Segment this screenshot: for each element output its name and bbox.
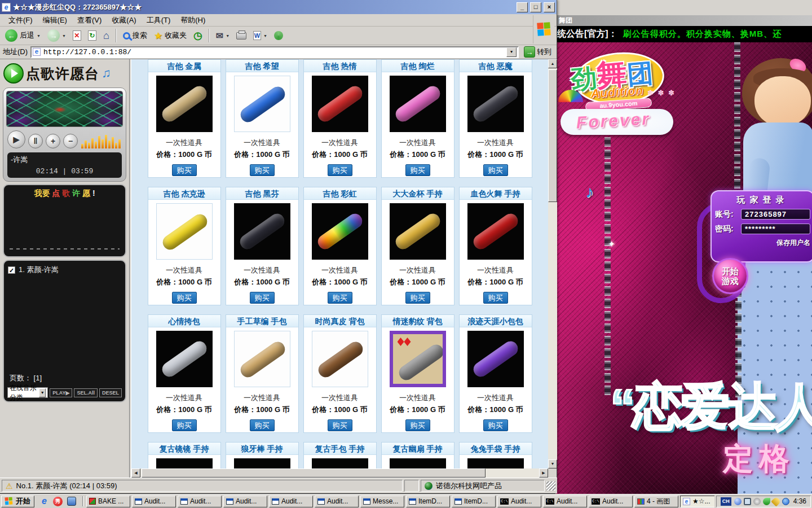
scroll-up-button[interactable]: ▲ (548, 59, 557, 68)
edit-word-button[interactable]: ▼ (250, 30, 270, 41)
language-indicator[interactable]: CH (721, 497, 731, 506)
account-input[interactable]: 272365897 (741, 209, 810, 220)
menu-item[interactable]: 帮助(H) (175, 14, 210, 27)
taskbar-window-button[interactable]: Audit... (178, 496, 222, 507)
clock[interactable]: 4:36 (793, 497, 806, 505)
taskbar-window-button[interactable]: Audit... (223, 496, 267, 507)
title-bar[interactable]: e ★☆★漫步红尘QQ：272365897★☆★ _ □ × (0, 0, 557, 14)
menu-item[interactable]: 收藏(A) (107, 14, 141, 27)
buy-button[interactable]: 购买 (328, 164, 352, 176)
playlist-action-button[interactable]: PLAY▶ (50, 388, 72, 397)
shop-item-type: 一次性道具 (399, 265, 436, 275)
menu-item[interactable]: 查看(V) (72, 14, 107, 27)
shop-item-title: 时尚真皮 背包 (304, 315, 376, 327)
mail-button[interactable]: ✉▼ (213, 29, 232, 42)
taskbar-window-button[interactable]: Audit... (589, 496, 633, 507)
taskbar-window-button[interactable]: Audit... (497, 496, 541, 507)
menu-item[interactable]: 编辑(E) (38, 14, 72, 27)
vertical-scroll-thumb[interactable] (548, 69, 557, 202)
save-username-option[interactable]: 保存用户名 (715, 238, 810, 248)
tray-icon[interactable] (753, 498, 761, 505)
history-button[interactable]: ◷ (191, 28, 205, 43)
shop-item-title: 狼牙棒 手持 (226, 443, 298, 455)
playlist-row[interactable]: ✓ 1. 素颜-许嵩 (8, 265, 121, 275)
search-button[interactable]: 搜索 (120, 29, 150, 42)
quicklaunch-button[interactable] (65, 496, 77, 507)
buy-button[interactable]: 购买 (328, 292, 352, 304)
buy-button[interactable]: 购买 (250, 164, 275, 176)
refresh-button[interactable]: ↻ (85, 29, 99, 42)
buy-button[interactable]: 购买 (483, 292, 508, 304)
menu-item[interactable]: 文件(F) (3, 14, 38, 27)
taskbar-window-button[interactable]: Audit... (315, 496, 359, 507)
back-dropdown-icon[interactable]: ▼ (37, 34, 41, 38)
category-dropdown[interactable]: 在线音乐分类 ▼ (7, 387, 48, 398)
taskbar-window-button[interactable]: ItemD... (452, 496, 496, 507)
tray-icon[interactable] (744, 498, 751, 505)
print-button[interactable] (233, 31, 249, 41)
buy-button[interactable]: 购买 (405, 292, 430, 304)
taskbar-window-button[interactable]: Audit... (269, 496, 313, 507)
scroll-down-button[interactable]: ▼ (548, 459, 557, 468)
buy-button[interactable]: 购买 (172, 419, 197, 431)
taskbar-window-button[interactable]: Audit... (132, 496, 176, 507)
volume-down-button[interactable]: − (63, 134, 78, 148)
close-button[interactable]: × (544, 2, 555, 12)
taskbar-window-button[interactable]: Audit... (543, 496, 587, 507)
taskbar-window-button[interactable]: Messe... (360, 496, 404, 507)
playlist-action-button[interactable]: SEL.All (74, 388, 98, 397)
buy-button[interactable]: 购买 (250, 292, 275, 304)
address-input[interactable]: http://127.0.0.1:88/ ▼ (30, 46, 519, 58)
buy-button[interactable]: 购买 (172, 292, 197, 304)
back-button[interactable]: ← 后退 ▼ (2, 28, 43, 43)
taskbar-window-button[interactable]: ★☆... (680, 496, 714, 507)
buy-button[interactable]: 购买 (483, 419, 508, 431)
maximize-button[interactable]: □ (530, 2, 541, 12)
shop-item-image (304, 200, 376, 263)
buy-button[interactable]: 购买 (328, 419, 352, 431)
favorites-button[interactable]: ★ 收藏夹 (151, 29, 189, 43)
go-label: 转到 (537, 47, 551, 57)
horizontal-scroll-thumb[interactable] (142, 468, 486, 478)
forward-dropdown-icon[interactable]: ▼ (62, 34, 66, 38)
volume-up-button[interactable]: + (46, 134, 60, 148)
address-dropdown-button[interactable]: ▼ (506, 47, 517, 57)
minimize-button[interactable]: _ (517, 2, 528, 12)
resize-grip[interactable] (546, 481, 555, 491)
forward-button[interactable]: → ▼ (45, 28, 69, 43)
dropdown-arrow-icon[interactable]: ▼ (39, 388, 46, 397)
quicklaunch-button[interactable]: 秀 (52, 496, 64, 507)
stop-button[interactable]: ✕ (70, 29, 84, 42)
tray-icon[interactable] (771, 496, 781, 506)
scroll-left-button[interactable]: ◀ (131, 468, 140, 478)
tray-icon[interactable] (734, 498, 742, 505)
taskbar-window-button[interactable]: 4 - 画图 (634, 496, 678, 507)
menu-item[interactable]: 工具(T) (142, 14, 176, 27)
playlist-action-button[interactable]: DESEL (99, 388, 122, 397)
start-button[interactable]: 开始 (1, 496, 34, 507)
start-game-button[interactable]: 开始 游戏 (712, 258, 748, 294)
tray-icon[interactable] (782, 498, 789, 505)
horizontal-scrollbar[interactable]: ◀ ▶ (131, 468, 548, 478)
vertical-scrollbar[interactable]: ▲ ▼ (548, 59, 557, 468)
buy-button[interactable]: 购买 (250, 419, 275, 431)
buy-button[interactable]: 购买 (405, 164, 430, 176)
tray-icon[interactable] (763, 498, 770, 505)
wish-message[interactable]: 我要 点 歌 许 愿 ! (7, 189, 122, 199)
quicklaunch-button[interactable] (38, 496, 50, 507)
playlist-checkbox[interactable]: ✓ (8, 266, 15, 274)
password-input[interactable]: ********* (741, 224, 810, 234)
buy-button[interactable]: 购买 (483, 164, 508, 176)
taskbar-window-button[interactable]: ItemD... (406, 496, 450, 507)
pause-button[interactable]: ‖ (28, 134, 43, 148)
go-button[interactable]: → 转到 (524, 46, 551, 58)
play-button[interactable]: ▶ (7, 130, 25, 148)
home-button[interactable]: ⌂ (100, 29, 112, 43)
buy-button[interactable]: 购买 (172, 164, 197, 176)
shop-item-card: 吉他 黑芬 一次性道具 价格：1000 G 币 购买 (226, 187, 299, 305)
scroll-right-button[interactable]: ▶ (539, 468, 548, 478)
taskbar-window-button[interactable]: BAKE ... (86, 496, 130, 507)
shop-item-image (304, 72, 376, 135)
messenger-button[interactable] (271, 30, 286, 41)
buy-button[interactable]: 购买 (405, 419, 430, 431)
